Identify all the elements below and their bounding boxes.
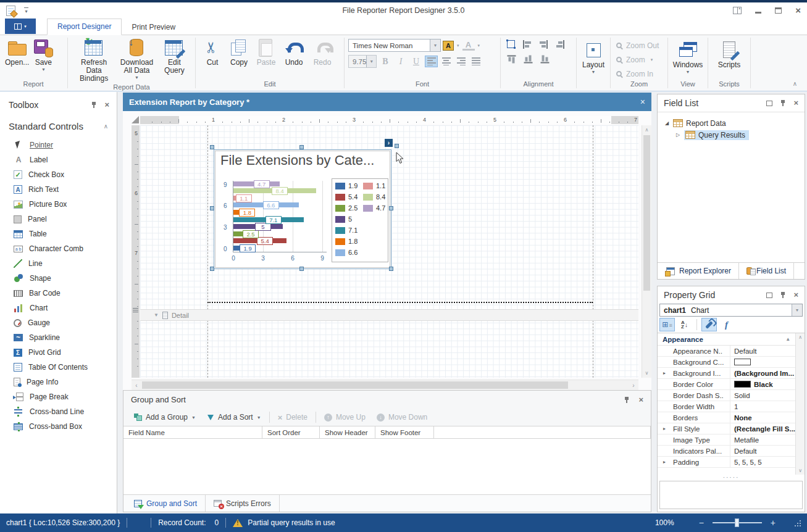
toolbox-item-check-box[interactable]: Check Box	[0, 167, 117, 182]
property-row[interactable]: Image TypeMetafile	[658, 434, 795, 446]
paste-button[interactable]: Paste	[253, 37, 280, 67]
align-lefts-icon[interactable]	[522, 40, 532, 49]
align-centers-icon[interactable]	[539, 40, 548, 49]
property-value[interactable]: Metafile	[730, 434, 795, 445]
scripts-button[interactable]: Scripts	[716, 39, 743, 70]
toolbox-item-picture-box[interactable]: Picture Box	[0, 197, 117, 212]
selection-handle[interactable]	[210, 145, 214, 149]
toolbox-item-cross-band-line[interactable]: Cross-band Line	[0, 404, 117, 419]
band-separator[interactable]	[207, 302, 593, 303]
column-header-show-header[interactable]: Show Header	[320, 426, 375, 438]
zoom-plus-button[interactable]: +	[771, 518, 776, 528]
align-bottoms-icon[interactable]	[541, 55, 550, 64]
toolbox-item-label[interactable]: Label	[0, 152, 117, 167]
zoom-in-button[interactable]: Zoom In	[616, 68, 653, 80]
horizontal-ruler[interactable]: 1234567	[140, 116, 638, 124]
minimize-button[interactable]	[755, 12, 761, 14]
zoom-slider[interactable]	[713, 522, 762, 523]
layout-button[interactable]: Layout ▼	[580, 39, 606, 75]
close-icon[interactable]: ×	[104, 101, 109, 109]
group-sort-grid-body[interactable]	[123, 439, 651, 494]
close-button[interactable]: ×	[795, 6, 801, 15]
refresh-data-bindings-button[interactable]: Refresh Data Bindings	[72, 37, 116, 83]
property-row[interactable]: BordersNone	[658, 412, 795, 423]
snap-to-grid-icon[interactable]	[507, 40, 515, 48]
property-value[interactable]: Solid	[730, 390, 795, 401]
object-selector-combo[interactable]: chart1 Chart ▾	[659, 304, 803, 317]
toolbox-item-character-comb[interactable]: Character Comb	[0, 241, 117, 256]
tab-scripts-errors[interactable]: Scripts Errors	[206, 495, 280, 512]
toolbox-item-shape[interactable]: Shape	[0, 271, 117, 286]
toolbox-item-panel[interactable]: Panel	[0, 212, 117, 227]
align-right-button[interactable]	[454, 56, 467, 67]
selection-handle[interactable]	[395, 144, 399, 148]
panel-splitter[interactable]: ·····	[658, 475, 805, 481]
toolbox-item-rich-text[interactable]: Rich Text	[0, 182, 117, 197]
property-value[interactable]: Default	[730, 346, 795, 356]
selection-handle[interactable]	[210, 267, 214, 271]
toolbox-item-chart[interactable]: Chart	[0, 301, 117, 315]
alphabetical-sort-button[interactable]: AZ↓	[677, 318, 692, 331]
vertical-scrollbar[interactable]: ∧ ∨	[642, 125, 651, 378]
property-row[interactable]: ▸Background I...(Background Im...	[658, 368, 795, 379]
categorized-view-button[interactable]: ⊞	[659, 318, 675, 331]
scroll-up-icon[interactable]: ∧	[642, 127, 651, 133]
redo-button[interactable]: Redo	[308, 37, 337, 67]
windows-button[interactable]: Windows ▼	[671, 39, 705, 75]
tree-node-report-data[interactable]: ◢ Report Data	[658, 117, 805, 129]
tab-group-and-sort[interactable]: Group and Sort	[126, 495, 206, 512]
justify-button[interactable]	[469, 56, 482, 67]
align-rights-icon[interactable]	[556, 40, 565, 49]
scroll-left-icon[interactable]: ‹	[132, 380, 141, 390]
left-margin-line[interactable]	[207, 125, 208, 378]
property-value[interactable]: Black	[730, 379, 795, 389]
column-header-show-footer[interactable]: Show Footer	[375, 426, 434, 438]
align-center-button[interactable]	[440, 56, 453, 67]
tab-report-designer[interactable]: Report Designer	[47, 19, 122, 35]
close-icon[interactable]: ×	[793, 99, 798, 107]
italic-button[interactable]: I	[394, 56, 408, 68]
property-row[interactable]: Appearance N..Default	[658, 346, 795, 357]
property-row[interactable]: Indicators Pal...Default	[658, 446, 795, 457]
events-view-button[interactable]: f	[719, 318, 734, 331]
zoom-slider-thumb[interactable]	[735, 518, 739, 527]
application-menu-button[interactable]: ▾	[5, 19, 36, 34]
property-row[interactable]: Background C...	[658, 357, 795, 368]
undo-button[interactable]: Undo	[280, 37, 308, 67]
close-icon[interactable]: ×	[638, 396, 643, 404]
property-value[interactable]: (Rectangle Fill S...	[730, 423, 795, 434]
category-appearance[interactable]: Appearance ▲	[658, 333, 795, 346]
zoom-out-button[interactable]: Zoom Out	[616, 39, 659, 51]
property-value[interactable]: 5, 5, 5, 5	[730, 457, 795, 467]
cut-button[interactable]: Cut	[199, 37, 225, 67]
tab-field-list[interactable]: Field List	[739, 263, 794, 279]
font-color-button[interactable]: A	[462, 41, 475, 51]
restore-icon[interactable]	[766, 101, 772, 106]
save-button[interactable]: Save ▼	[31, 37, 56, 72]
chart-element[interactable]: File Extensions by Cate... 036903691.95.…	[214, 149, 391, 269]
toolbox-item-page-info[interactable]: Page Info	[0, 375, 117, 389]
scroll-up-icon[interactable]: ∧	[796, 335, 805, 340]
report-canvas[interactable]: ▼ Detail File Extensions by Cate... 0369…	[140, 125, 638, 378]
toolbox-item-cross-band-box[interactable]: Cross-band Box	[0, 419, 117, 434]
highlight-color-button[interactable]: A	[443, 41, 454, 51]
selection-handle[interactable]	[389, 267, 393, 271]
toolbox-item-gauge[interactable]: Gauge	[0, 315, 117, 330]
tab-report-explorer[interactable]: Report Explorer	[659, 263, 739, 279]
align-tops-icon[interactable]	[508, 55, 516, 64]
ribbon-display-options-icon[interactable]	[733, 7, 742, 14]
right-margin-line[interactable]	[593, 125, 593, 378]
toolbox-item-sparkline[interactable]: Sparkline	[0, 330, 117, 345]
property-row[interactable]: ▸Fill Style(Rectangle Fill S...	[658, 423, 795, 434]
copy-button[interactable]: Copy	[225, 37, 253, 67]
restore-icon[interactable]	[766, 293, 772, 298]
toolbox-item-table-of-contents[interactable]: Table Of Contents	[0, 360, 117, 375]
close-icon[interactable]: ×	[640, 97, 645, 107]
smart-tag-button[interactable]: ›	[385, 139, 393, 147]
underline-button[interactable]: U	[409, 56, 423, 68]
selection-handle[interactable]	[299, 145, 304, 149]
pin-icon[interactable]	[624, 396, 630, 404]
field-list-tree[interactable]: ◢ Report Data ▷ Query Results	[658, 112, 805, 262]
collapse-ribbon-icon[interactable]: ∧	[793, 80, 797, 87]
expander-expanded-icon[interactable]: ◢	[664, 120, 670, 126]
